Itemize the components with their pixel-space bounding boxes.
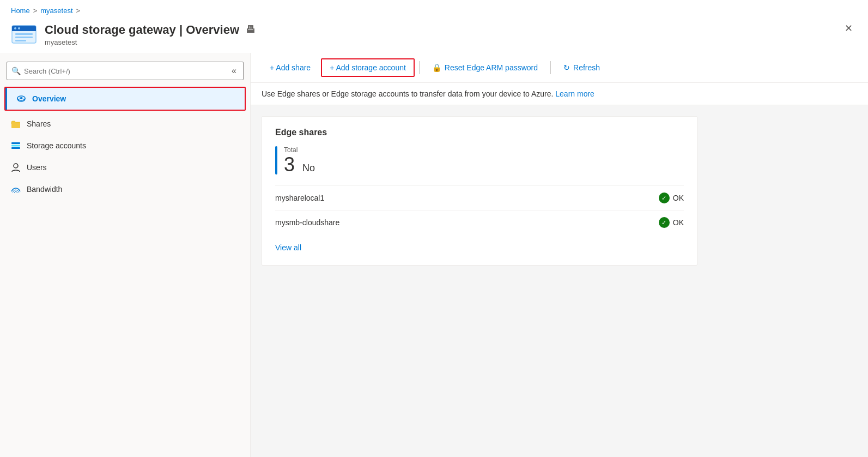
status-ok-icon-1: ✓ <box>659 193 670 203</box>
refresh-button[interactable]: ↻ Refresh <box>555 59 608 76</box>
refresh-icon: ↻ <box>563 63 570 72</box>
breadcrumb-sep2: > <box>76 7 81 15</box>
add-share-button[interactable]: + Add share <box>262 59 319 76</box>
total-suffix: No <box>302 163 315 174</box>
header: Cloud storage gateway | Overview 🖶 myase… <box>0 18 868 53</box>
svg-point-3 <box>14 27 16 29</box>
share-name-1: mysharelocal1 <box>275 194 324 202</box>
sidebar: 🔍 « Overview <box>0 53 251 457</box>
view-all-link[interactable]: View all <box>275 243 301 252</box>
print-icon[interactable]: 🖶 <box>246 24 256 35</box>
svg-point-15 <box>14 164 18 168</box>
header-title-block: Cloud storage gateway | Overview 🖶 myase… <box>45 23 256 46</box>
share-row-1: mysharelocal1 ✓ OK <box>275 185 684 210</box>
toolbar-divider-2 <box>550 61 551 74</box>
svg-rect-5 <box>15 33 33 35</box>
content-area: + Add share + Add storage account 🔒 Rese… <box>251 53 868 457</box>
svg-point-4 <box>18 27 20 29</box>
svg-rect-14 <box>11 147 20 149</box>
status-ok-icon-2: ✓ <box>659 217 670 228</box>
users-icon <box>10 162 21 173</box>
svg-rect-12 <box>11 142 20 144</box>
share-row-2: mysmb-cloudshare ✓ OK <box>275 210 684 234</box>
breadcrumb-home[interactable]: Home <box>11 7 30 15</box>
close-button[interactable]: ✕ <box>840 21 857 35</box>
storage-accounts-icon <box>10 140 21 151</box>
search-input[interactable] <box>24 67 226 75</box>
overview-nav-highlight: Overview <box>4 87 246 111</box>
learn-more-link[interactable]: Learn more <box>555 89 594 98</box>
sidebar-item-storage-accounts[interactable]: Storage accounts <box>0 135 250 157</box>
breadcrumb: Home > myasetest > <box>0 0 868 18</box>
share-status-label-1: OK <box>673 194 684 202</box>
search-icon: 🔍 <box>11 67 21 75</box>
total-block: Total 3 No <box>284 146 315 175</box>
lock-icon: 🔒 <box>432 63 441 72</box>
description-bar: Use Edge shares or Edge storage accounts… <box>251 83 868 105</box>
sidebar-item-overview[interactable]: Overview <box>5 88 245 110</box>
header-subtitle: myasetest <box>45 38 256 46</box>
sidebar-item-shares[interactable]: Shares <box>0 113 250 135</box>
sidebar-item-overview-label: Overview <box>32 94 66 103</box>
content-body: Edge shares Total 3 No <box>251 105 868 457</box>
total-number: 3 <box>284 155 295 175</box>
svg-rect-6 <box>15 37 33 38</box>
search-bar: 🔍 « <box>7 62 244 80</box>
total-count-row: 3 No <box>284 155 315 175</box>
collapse-sidebar-button[interactable]: « <box>229 65 239 77</box>
card-title: Edge shares <box>275 128 684 137</box>
total-section: Total 3 No <box>275 146 684 175</box>
toolbar-divider <box>419 61 420 74</box>
sidebar-item-storage-accounts-label: Storage accounts <box>27 141 86 150</box>
sidebar-item-users[interactable]: Users <box>0 157 250 178</box>
add-storage-account-button[interactable]: + Add storage account <box>321 58 415 77</box>
shares-icon <box>10 118 21 129</box>
sidebar-item-bandwidth-label: Bandwidth <box>27 185 62 194</box>
edge-shares-card: Edge shares Total 3 No <box>262 116 697 266</box>
header-left: Cloud storage gateway | Overview 🖶 myase… <box>11 21 256 47</box>
sidebar-item-shares-label: Shares <box>27 119 51 128</box>
total-bar-indicator <box>275 146 277 175</box>
page-container: Home > myasetest > <box>0 0 868 457</box>
share-status-label-2: OK <box>673 218 684 227</box>
share-status-2: ✓ OK <box>659 217 684 228</box>
svg-point-10 <box>20 97 22 99</box>
share-status-1: ✓ OK <box>659 193 684 203</box>
shares-list: mysharelocal1 ✓ OK mysmb-cloudshare ✓ <box>275 185 684 234</box>
bandwidth-icon <box>10 184 21 195</box>
page-title: Cloud storage gateway | Overview 🖶 <box>45 23 256 37</box>
toolbar: + Add share + Add storage account 🔒 Rese… <box>251 53 868 83</box>
overview-icon <box>16 93 27 104</box>
share-name-2: mysmb-cloudshare <box>275 218 339 227</box>
svg-rect-7 <box>15 40 26 41</box>
main-layout: 🔍 « Overview <box>0 53 868 457</box>
sidebar-item-bandwidth[interactable]: Bandwidth <box>0 178 250 200</box>
cloud-gateway-icon <box>11 21 37 47</box>
breadcrumb-sep1: > <box>33 7 38 15</box>
total-label: Total <box>284 146 315 154</box>
svg-rect-13 <box>11 145 20 147</box>
sidebar-item-users-label: Users <box>27 163 47 172</box>
breadcrumb-myasetest[interactable]: myasetest <box>40 7 72 15</box>
reset-arm-button[interactable]: 🔒 Reset Edge ARM password <box>424 59 546 76</box>
